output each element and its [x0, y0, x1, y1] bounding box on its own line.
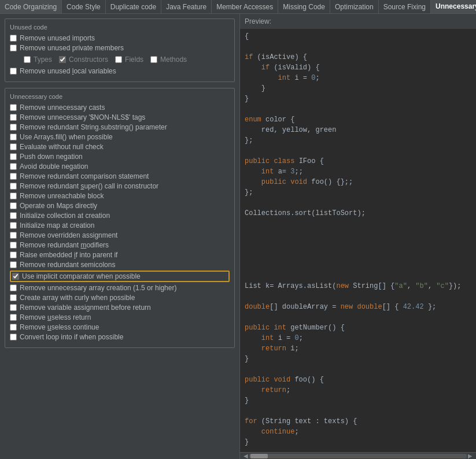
- push-negation-label[interactable]: Push down negation: [20, 153, 83, 161]
- tab-missing-code[interactable]: Missing Code: [278, 0, 330, 13]
- tab-java-feature[interactable]: Java Feature: [161, 0, 212, 13]
- init-map-checkbox[interactable]: [10, 222, 17, 229]
- preview-content[interactable]: { if (isActive) { if (isValid) { int i =…: [240, 29, 476, 452]
- redundant-comparison-label[interactable]: Remove redundant comparison statement: [20, 172, 149, 180]
- tab-code-style[interactable]: Code Style: [62, 0, 106, 13]
- init-map-label[interactable]: Initialize map at creation: [20, 221, 94, 230]
- unnecessary-code-section: Unnecessary code Remove unnecessary cast…: [5, 88, 235, 348]
- null-check-row: Evaluate without null check: [10, 143, 230, 151]
- nonnls-checkbox[interactable]: [10, 114, 17, 121]
- useless-continue-label[interactable]: Remove useless continue: [20, 323, 99, 331]
- convert-loop-row: Convert loop into if when possible: [10, 333, 230, 341]
- redundant-modifiers-checkbox[interactable]: [10, 242, 17, 249]
- implicit-comparator-row: Use implicit comparator when possible: [10, 271, 230, 282]
- redundant-super-row: Remove redundant super() call in constru…: [10, 182, 230, 190]
- init-collection-checkbox[interactable]: [10, 212, 17, 219]
- create-array-curly-checkbox[interactable]: [10, 294, 17, 301]
- convert-loop-checkbox[interactable]: [10, 334, 17, 340]
- tab-unnecessary-code[interactable]: Unnecessary Code: [431, 0, 476, 13]
- redundant-substring-row: Remove redundant String.substring() para…: [10, 123, 230, 131]
- useless-return-checkbox[interactable]: [10, 314, 17, 321]
- nonnls-row: Remove unnecessary '$NON-NLS$' tags: [10, 113, 230, 121]
- unreachable-block-checkbox[interactable]: [10, 193, 17, 199]
- overridden-assignment-label[interactable]: Remove overridden assignment: [20, 231, 117, 239]
- horizontal-scrollbar-thumb[interactable]: [250, 454, 268, 458]
- double-negation-label[interactable]: Avoid double negation: [20, 162, 88, 171]
- unused-imports-row: Remove unused imports: [10, 34, 230, 42]
- variable-before-return-label[interactable]: Remove variable assignment before return: [20, 303, 151, 312]
- implicit-comparator-checkbox[interactable]: [12, 273, 19, 280]
- methods-row: Methods: [150, 55, 187, 64]
- implicit-comparator-label[interactable]: Use implicit comparator when possible: [22, 272, 141, 280]
- methods-label[interactable]: Methods: [160, 55, 187, 64]
- scroll-left-arrow[interactable]: ◀: [242, 453, 249, 459]
- types-row: Types: [24, 55, 52, 64]
- double-negation-checkbox[interactable]: [10, 163, 17, 170]
- constructors-checkbox[interactable]: [59, 56, 66, 63]
- raise-embedded-if-checkbox[interactable]: [10, 251, 17, 258]
- tab-optimization[interactable]: Optimization: [330, 0, 379, 13]
- redundant-super-checkbox[interactable]: [10, 183, 17, 190]
- redundant-super-label[interactable]: Remove redundant super() call in constru…: [20, 182, 158, 190]
- redundant-substring-label[interactable]: Remove redundant String.substring() para…: [20, 123, 167, 131]
- unused-private-checkbox[interactable]: [10, 45, 17, 51]
- redundant-substring-checkbox[interactable]: [10, 124, 17, 131]
- unused-imports-label[interactable]: Remove unused imports: [20, 34, 95, 42]
- tab-code-organizing[interactable]: Code Organizing: [0, 0, 62, 13]
- unused-local-checkbox[interactable]: [10, 68, 17, 75]
- null-check-label[interactable]: Evaluate without null check: [20, 143, 104, 151]
- constructors-label[interactable]: Constructors: [69, 55, 108, 64]
- unnecessary-section-title: Unnecessary code: [10, 93, 230, 100]
- init-collection-label[interactable]: Initialize collection at creation: [20, 212, 110, 220]
- constructors-row: Constructors: [59, 55, 108, 64]
- types-checkbox[interactable]: [24, 56, 31, 63]
- unnecessary-array-checkbox[interactable]: [10, 284, 17, 291]
- operate-maps-checkbox[interactable]: [10, 202, 17, 209]
- null-check-checkbox[interactable]: [10, 143, 17, 150]
- unnecessary-casts-row: Remove unnecessary casts: [10, 103, 230, 112]
- raise-embedded-if-label[interactable]: Raise embedded if into parent if: [20, 251, 117, 259]
- redundant-modifiers-label[interactable]: Remove redundant modifiers: [20, 241, 109, 249]
- arrays-fill-checkbox[interactable]: [10, 134, 17, 140]
- overridden-assignment-checkbox[interactable]: [10, 232, 17, 239]
- useless-return-row: Remove useless return: [10, 313, 230, 321]
- redundant-semicolons-checkbox[interactable]: [10, 261, 17, 268]
- variable-before-return-checkbox[interactable]: [10, 304, 17, 311]
- unused-private-label[interactable]: Remove unused private members: [20, 44, 124, 52]
- fields-label[interactable]: Fields: [125, 55, 143, 64]
- tab-duplicate-code[interactable]: Duplicate code: [106, 0, 161, 13]
- unreachable-block-row: Remove unreachable block: [10, 192, 230, 200]
- unused-imports-checkbox[interactable]: [10, 35, 17, 42]
- types-label[interactable]: Types: [34, 55, 52, 64]
- redundant-comparison-checkbox[interactable]: [10, 173, 17, 180]
- useless-return-label[interactable]: Remove useless return: [20, 313, 91, 321]
- horizontal-scrollbar-track[interactable]: [249, 454, 467, 458]
- left-panel: Unused code Remove unused imports Remove…: [0, 14, 240, 459]
- right-panel: Preview: { if (isActive) { if (isValid) …: [240, 14, 476, 459]
- convert-loop-label[interactable]: Convert loop into if when possible: [20, 333, 123, 341]
- nonnls-label[interactable]: Remove unnecessary '$NON-NLS$' tags: [20, 113, 145, 121]
- double-negation-row: Avoid double negation: [10, 162, 230, 171]
- arrays-fill-row: Use Arrays.fill() when possible: [10, 133, 230, 141]
- scroll-right-arrow[interactable]: ▶: [467, 453, 474, 459]
- sub-checkboxes-row: Types Constructors Fields Methods: [24, 54, 230, 65]
- create-array-curly-label[interactable]: Create array with curly when possible: [20, 294, 135, 302]
- unnecessary-array-label[interactable]: Remove unnecessary array creation (1.5 o…: [20, 284, 176, 292]
- methods-checkbox[interactable]: [150, 56, 157, 63]
- fields-checkbox[interactable]: [115, 56, 122, 63]
- create-array-curly-row: Create array with curly when possible: [10, 294, 230, 302]
- unused-local-label[interactable]: Remove unused local variables: [20, 67, 116, 75]
- push-negation-row: Push down negation: [10, 153, 230, 161]
- unused-local-vars-row: Remove unused local variables: [10, 67, 230, 75]
- push-negation-checkbox[interactable]: [10, 153, 17, 160]
- preview-scrollbar-area: ◀ ▶: [240, 452, 476, 459]
- useless-continue-checkbox[interactable]: [10, 324, 17, 331]
- tab-member-accesses[interactable]: Member Accesses: [212, 0, 278, 13]
- redundant-semicolons-label[interactable]: Remove redundant semicolons: [20, 261, 115, 269]
- unnecessary-casts-label[interactable]: Remove unnecessary casts: [20, 103, 105, 112]
- tab-source-fixing[interactable]: Source Fixing: [379, 0, 431, 13]
- unreachable-block-label[interactable]: Remove unreachable block: [20, 192, 104, 200]
- unnecessary-casts-checkbox[interactable]: [10, 104, 17, 111]
- operate-maps-label[interactable]: Operate on Maps directly: [20, 202, 97, 210]
- arrays-fill-label[interactable]: Use Arrays.fill() when possible: [20, 133, 113, 141]
